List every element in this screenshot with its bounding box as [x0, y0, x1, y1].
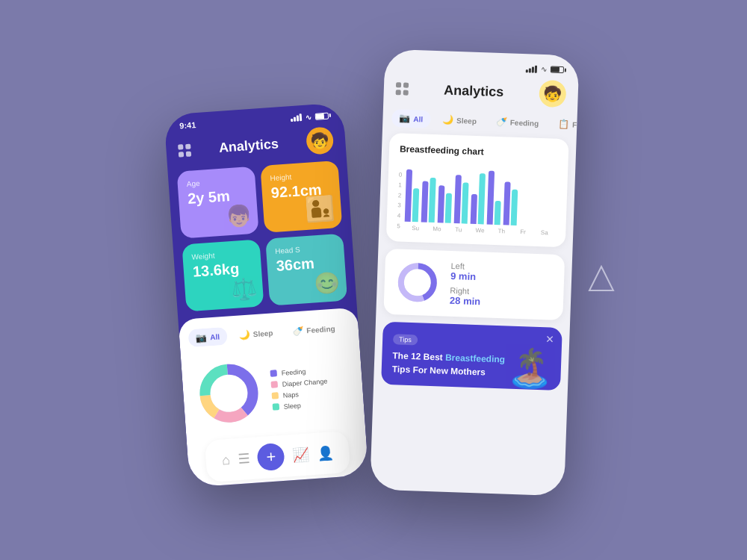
breastfeeding-chart-card: Breastfeeding chart 5 4 3 2 1 0 — [386, 133, 569, 247]
add-button[interactable]: + — [257, 443, 285, 471]
chart-title: Breastfeeding chart — [400, 143, 558, 159]
bar-tu-cyan — [445, 193, 452, 223]
y-axis: 5 4 3 2 1 0 — [397, 171, 402, 231]
status-icons: ∿ — [291, 111, 329, 122]
grid-icon[interactable] — [178, 143, 191, 157]
bar-th-purple — [471, 194, 477, 224]
stat-card-head[interactable]: Head S 36cm 😊 — [265, 234, 347, 306]
stat-card-age[interactable]: Age 2y 5m 👦 — [177, 167, 259, 239]
tips-text-before: The 12 Best — [392, 350, 445, 362]
donut-chart-left — [193, 358, 264, 429]
tips-text: The 12 Best Breastfeeding Tips For New M… — [391, 349, 512, 380]
legend-dot-naps — [272, 392, 279, 399]
profile-icon[interactable]: 👤 — [316, 444, 333, 461]
right-info: Right 28 min — [450, 286, 481, 307]
bars-container: Su Mo Tu We Th Fr Sa — [405, 162, 558, 237]
legend-naps: Naps — [272, 388, 329, 399]
tips-card: ✕ Tips The 12 Best Breastfeeding Tips Fo… — [381, 322, 562, 391]
tips-text-after: Tips For New Mothers — [392, 364, 486, 377]
status-icons-right: ∿ — [526, 64, 564, 74]
bar-group-su — [405, 169, 420, 223]
tab-sleep-left[interactable]: 🌙 Sleep — [231, 323, 281, 345]
left-value: 9 min — [450, 270, 482, 282]
bar-we-cyan — [462, 182, 469, 223]
triangle-decoration — [586, 264, 616, 296]
avatar-right[interactable]: 🧒 — [539, 80, 566, 108]
page-title-left: Analytics — [218, 136, 279, 156]
bar-group-sa — [503, 181, 518, 225]
legend-sleep: Sleep — [273, 399, 329, 411]
tab-all-right[interactable]: 📷 All — [391, 109, 431, 128]
bar-group-th — [471, 173, 486, 225]
weight-icon: ⚖️ — [230, 276, 258, 302]
phones-container: 9:41 ∿ Analytics 🧒 — [176, 60, 571, 500]
chart-body: 5 4 3 2 1 0 — [397, 161, 557, 236]
avatar-left[interactable]: 🧒 — [306, 126, 334, 155]
grid-icon-right[interactable] — [396, 82, 409, 96]
bar-group-fr — [487, 171, 503, 225]
height-icon: 👨‍👦 — [304, 193, 336, 224]
legend-dot-sleep — [273, 403, 280, 411]
chart-legend: Feeding Diaper Change Naps Sleep — [270, 366, 329, 411]
left-right-card: Left 9 min Right 28 min — [383, 249, 565, 320]
stat-card-weight[interactable]: Weight 13.6kg ⚖️ — [182, 239, 264, 311]
donut-area: Feeding Diaper Change Naps Sleep — [190, 345, 356, 435]
tips-highlight: Breastfeeding — [445, 352, 505, 365]
left-info: Left 9 min — [450, 261, 482, 282]
legend-dot-feeding — [270, 370, 277, 377]
bottom-nav-left: ⌂ ☰ + 📈 👤 — [205, 431, 350, 482]
tips-close-button[interactable]: ✕ — [545, 333, 555, 345]
legend-diaper: Diaper Change — [270, 377, 327, 388]
tips-illustration: 🏝️ — [506, 346, 554, 391]
tips-badge: Tips — [393, 334, 418, 345]
bar-mo-cyan — [429, 178, 436, 223]
bar-group-tu — [438, 185, 453, 223]
phone-left: 9:41 ∿ Analytics 🧒 — [164, 102, 368, 488]
bar-su-cyan — [412, 188, 420, 222]
analytics-icon[interactable]: 📈 — [292, 447, 309, 464]
page-title-right: Analytics — [444, 82, 504, 100]
stats-grid: Age 2y 5m 👦 Height 92.1cm 👨‍👦 Weight 13.… — [168, 160, 357, 312]
tab-feeding-left[interactable]: 🍼 Feeding — [285, 319, 344, 340]
x-axis-labels: Su Mo Tu We Th Fr Sa — [405, 225, 556, 237]
head-icon: 😊 — [313, 270, 341, 296]
tab-feeding-right[interactable]: 🍼 Feeding — [488, 113, 546, 133]
svg-marker-8 — [589, 267, 613, 290]
phone-right: ∿ Analytics 🧒 📷 All 🌙 Sleep — [370, 49, 579, 497]
right-value: 28 min — [450, 295, 481, 307]
bar-fr-cyan — [495, 201, 501, 225]
phone-header-right: Analytics 🧒 — [383, 72, 579, 116]
bar-group-mo — [421, 178, 436, 223]
bar-su-purple — [405, 169, 412, 222]
status-time: 9:41 — [179, 120, 196, 131]
tab-f-left[interactable]: 📋 F — [347, 318, 350, 336]
donut-lr — [394, 259, 441, 305]
tab-all-left[interactable]: 📷 All — [187, 327, 227, 348]
wifi-icon: ∿ — [306, 113, 312, 122]
bar-groups — [405, 162, 557, 227]
bar-fr-purple — [487, 171, 495, 225]
triangle-icon — [586, 264, 616, 293]
battery-icon-right — [551, 66, 564, 73]
tab-sleep-right[interactable]: 🌙 Sleep — [435, 111, 484, 130]
home-icon[interactable]: ⌂ — [221, 452, 230, 468]
bar-group-we — [454, 175, 469, 224]
bar-tu-purple — [438, 185, 445, 223]
battery-icon — [315, 112, 329, 119]
stat-card-height[interactable]: Height 92.1cm 👨‍👦 — [260, 161, 342, 233]
legend-dot-diaper — [270, 381, 278, 388]
tab-fe-right[interactable]: 📋 Fe — [551, 114, 577, 133]
bar-we-purple — [454, 175, 462, 223]
age-icon: 👦 — [225, 203, 252, 229]
list-icon[interactable]: ☰ — [238, 450, 250, 467]
bar-sa-purple — [503, 181, 511, 225]
bar-th-cyan — [478, 173, 486, 224]
lr-info: Left 9 min Right 28 min — [450, 261, 482, 307]
bar-sa-cyan — [511, 190, 518, 225]
phone-bottom-left: 📷 All 🌙 Sleep 🍼 Feeding 📋 F — [178, 308, 368, 488]
bar-mo-purple — [421, 181, 429, 223]
filter-tabs-left: 📷 All 🌙 Sleep 🍼 Feeding 📋 F — [187, 318, 350, 347]
legend-feeding: Feeding — [270, 366, 326, 377]
